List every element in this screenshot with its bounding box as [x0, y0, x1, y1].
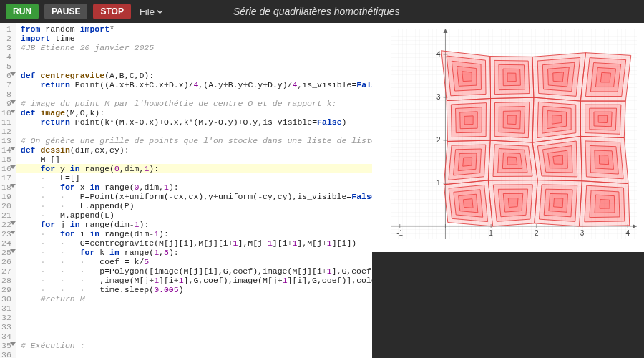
plot-svg: -112341234 — [372, 23, 644, 252]
svg-text:2: 2 — [535, 229, 539, 237]
svg-marker-93 — [490, 57, 534, 99]
app-header: RUN PAUSE STOP File Série de quadrilatèr… — [0, 0, 644, 23]
svg-marker-63 — [580, 136, 628, 183]
svg-text:-1: -1 — [396, 229, 403, 237]
svg-marker-78 — [532, 97, 580, 142]
svg-text:2: 2 — [436, 136, 441, 144]
main-area: 1234567891011121314151617181920212223242… — [0, 23, 644, 358]
file-menu[interactable]: File — [140, 6, 163, 17]
chevron-down-icon — [157, 9, 163, 15]
svg-marker-33 — [488, 180, 537, 226]
svg-marker-43 — [580, 181, 630, 226]
svg-marker-38 — [535, 180, 582, 226]
svg-text:3: 3 — [580, 229, 585, 237]
svg-text:1: 1 — [436, 179, 441, 187]
code-editor[interactable]: 1234567891011121314151617181920212223242… — [0, 23, 372, 358]
svg-marker-53 — [488, 140, 537, 180]
svg-marker-83 — [580, 101, 625, 137]
svg-marker-58 — [532, 136, 582, 180]
run-button[interactable]: RUN — [6, 4, 39, 19]
svg-marker-103 — [580, 53, 630, 101]
output-panel: -112341234 — [372, 23, 644, 358]
svg-marker-73 — [490, 97, 534, 142]
code-content[interactable]: from random import*import time#JB Etienn… — [16, 23, 372, 358]
line-gutter: 1234567891011121314151617181920212223242… — [0, 23, 16, 358]
svg-text:1: 1 — [489, 229, 493, 237]
page-title: Série de quadrilatères homothétiques — [233, 6, 400, 17]
svg-marker-28 — [444, 180, 492, 226]
pause-button[interactable]: PAUSE — [44, 4, 87, 19]
svg-text:4: 4 — [436, 50, 441, 58]
svg-text:4: 4 — [625, 229, 630, 237]
file-label: File — [140, 6, 155, 17]
svg-marker-98 — [532, 53, 585, 101]
svg-marker-68 — [447, 99, 490, 142]
stop-button[interactable]: STOP — [93, 4, 130, 19]
console-output[interactable] — [372, 252, 644, 358]
svg-marker-48 — [444, 140, 490, 185]
svg-marker-88 — [441, 51, 491, 101]
svg-text:3: 3 — [436, 93, 441, 101]
graphics-canvas[interactable]: -112341234 — [372, 23, 644, 252]
